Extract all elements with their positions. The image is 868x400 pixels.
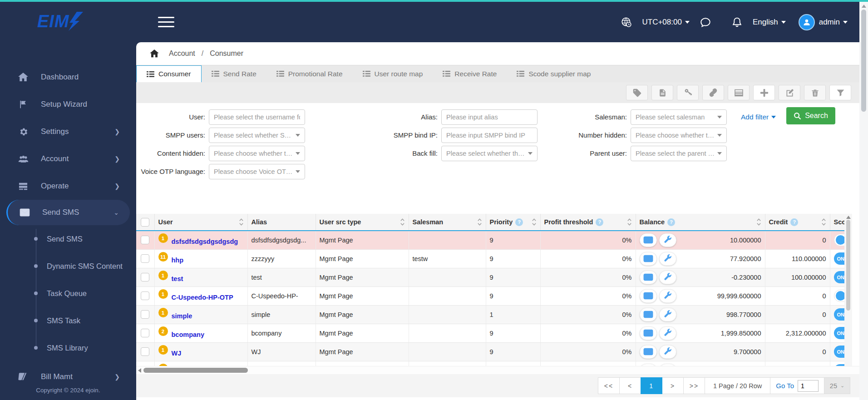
tab-promotional-rate[interactable]: Promotional Rate	[266, 65, 353, 82]
sidebar-subitem-sms-library[interactable]: SMS Library	[0, 334, 136, 361]
money-button[interactable]	[640, 271, 657, 284]
sort-icon[interactable]	[477, 218, 482, 226]
wrench-button[interactable]	[659, 289, 676, 303]
key-button[interactable]	[677, 85, 699, 100]
filter-button[interactable]	[829, 85, 851, 100]
text-input[interactable]	[214, 114, 300, 121]
tab-receive-rate[interactable]: Receive Rate	[433, 65, 507, 82]
filter-input-user[interactable]	[209, 109, 305, 125]
table-horizontal-scrollbar[interactable]	[136, 366, 859, 374]
scroll-up-arrow[interactable]	[862, 5, 866, 8]
row-checkbox[interactable]	[141, 329, 149, 337]
add-filter-link[interactable]: Add filter	[741, 113, 776, 121]
column-header-credit[interactable]: Credit?	[765, 214, 830, 231]
text-input[interactable]	[446, 132, 533, 139]
sort-icon[interactable]	[400, 218, 405, 226]
logo[interactable]: EIM	[0, 2, 136, 41]
scode-toggle[interactable]: ON	[834, 308, 845, 321]
prev-page-button[interactable]: <	[619, 377, 641, 394]
column-header-balance[interactable]: Balance?	[636, 214, 765, 231]
file-button[interactable]	[651, 85, 673, 100]
filter-input-alias[interactable]	[441, 109, 538, 125]
wrench-button[interactable]	[659, 271, 676, 284]
table-button[interactable]	[728, 85, 750, 100]
wrench-button[interactable]	[659, 252, 676, 266]
sidebar-subitem-task-queue[interactable]: Task Queue	[0, 280, 136, 307]
scode-toggle[interactable]	[834, 234, 845, 246]
last-page-button[interactable]: >>	[683, 377, 705, 394]
filter-select-smpp-users[interactable]: Please select whether SMPP ...	[209, 128, 305, 143]
filter-select-back-fill[interactable]: Please select whether the us...	[441, 146, 538, 161]
sort-icon[interactable]	[821, 218, 826, 226]
home-icon[interactable]	[150, 49, 159, 58]
tab-scode-supplier-map[interactable]: Scode supplier map	[507, 65, 601, 82]
wrench-button[interactable]	[659, 326, 676, 340]
scode-toggle[interactable]: ON	[834, 327, 845, 339]
tab-user-route-map[interactable]: User route map	[353, 65, 433, 82]
sidebar-item-settings[interactable]: Settings❯	[0, 118, 136, 145]
tag-button[interactable]	[626, 85, 648, 100]
scroll-up-arrow[interactable]	[846, 216, 851, 219]
scroll-left-arrow[interactable]	[138, 368, 141, 373]
money-button[interactable]	[640, 345, 657, 359]
help-icon[interactable]: ?	[790, 218, 798, 226]
money-button[interactable]	[640, 252, 657, 266]
tab-send-rate[interactable]: Send Rate	[202, 65, 266, 82]
filter-input-smpp-bind-ip[interactable]	[441, 128, 538, 143]
money-button[interactable]	[640, 308, 657, 321]
row-checkbox[interactable]	[141, 254, 149, 263]
plus-button[interactable]	[753, 85, 775, 100]
sidebar-subitem-sms-task[interactable]: SMS Task	[0, 307, 136, 334]
wrench-button[interactable]	[659, 345, 676, 359]
row-checkbox[interactable]	[141, 291, 149, 300]
text-input[interactable]	[446, 114, 533, 121]
column-header-salesman[interactable]: Salesman	[409, 214, 486, 231]
scrollbar-thumb[interactable]	[143, 368, 248, 373]
sort-icon[interactable]	[532, 218, 537, 226]
user-link[interactable]: simple	[172, 312, 192, 320]
user-menu[interactable]: admin	[799, 14, 848, 30]
hamburger-menu-icon[interactable]	[158, 14, 174, 30]
scrollbar-thumb[interactable]	[861, 10, 866, 112]
money-button[interactable]	[640, 289, 657, 303]
column-header-user-src-type[interactable]: User src type	[316, 214, 409, 231]
sort-icon[interactable]	[239, 218, 244, 226]
sidebar-item-setup-wizard[interactable]: Setup Wizard	[0, 91, 136, 118]
row-checkbox[interactable]	[141, 236, 149, 244]
user-link[interactable]: dsfsdfsdgsdgsdgsdg	[172, 238, 238, 245]
select-all-checkbox[interactable]	[141, 218, 149, 227]
column-header-profit-threshold[interactable]: Profit threshold?	[540, 214, 636, 231]
bell-icon[interactable]	[731, 16, 743, 28]
user-link[interactable]: WJ	[172, 350, 182, 357]
user-link[interactable]: hhp	[172, 257, 184, 264]
column-header-priority[interactable]: Priority?	[486, 214, 540, 231]
sidebar-item-send-sms[interactable]: Send SMS⌄	[6, 200, 130, 225]
sidebar-subitem-dynamic-sms-content[interactable]: Dynamic SMS Content	[0, 252, 136, 280]
breadcrumb-item-consumer[interactable]: Consumer	[210, 49, 243, 58]
filter-select-number-hidden[interactable]: Please choose whether to hi...	[631, 128, 727, 143]
filter-select-parent-user[interactable]: Please select the parent user...	[631, 146, 727, 161]
filter-select-voice-otp-language[interactable]: Please choose Voice OTP lan...	[209, 164, 305, 179]
sort-icon[interactable]	[756, 218, 761, 226]
row-checkbox[interactable]	[141, 347, 149, 356]
scode-toggle[interactable]: ON	[834, 252, 845, 265]
sidebar-subitem-send-sms[interactable]: Send SMS	[0, 225, 136, 252]
search-button[interactable]: Search	[786, 107, 835, 124]
user-link[interactable]: bcompany	[172, 331, 205, 338]
filter-select-content-hidden[interactable]: Please choose whether to hi...	[209, 146, 305, 161]
sidebar-item-operate[interactable]: Operate❯	[0, 173, 136, 200]
money-button[interactable]	[640, 233, 657, 247]
sidebar-item-account[interactable]: Account❯	[0, 145, 136, 173]
current-page-button[interactable]: 1	[641, 377, 662, 394]
trash-button[interactable]	[804, 85, 826, 100]
breadcrumb-item-account[interactable]: Account	[169, 49, 195, 58]
edit-button[interactable]	[779, 85, 800, 100]
filter-select-salesman[interactable]: Please select salesman	[631, 109, 727, 125]
chat-icon[interactable]	[700, 16, 711, 28]
timezone-selector[interactable]: UTC+08:00	[621, 16, 690, 28]
next-page-button[interactable]: >	[662, 377, 684, 394]
wrench-button[interactable]	[659, 308, 676, 321]
row-checkbox[interactable]	[141, 310, 149, 319]
row-checkbox[interactable]	[141, 273, 149, 281]
first-page-button[interactable]: <<	[598, 377, 620, 394]
